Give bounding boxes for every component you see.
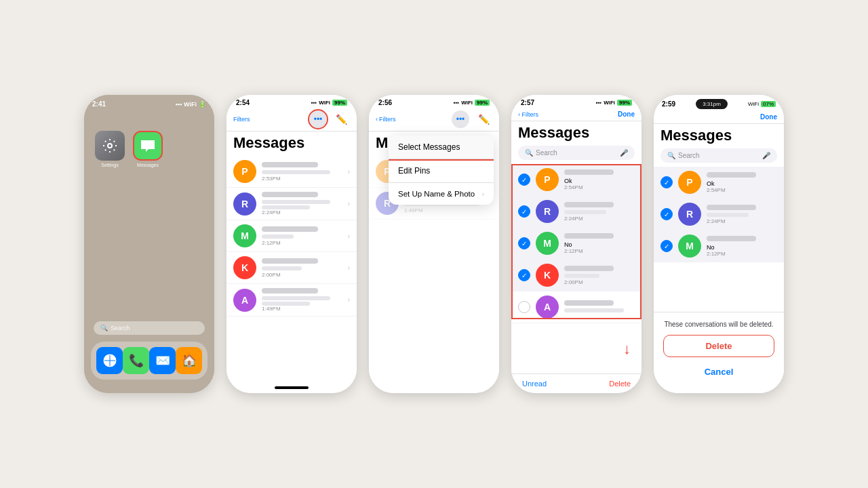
avatar-5-3: M bbox=[678, 235, 701, 258]
signal-2: ▪▪▪ bbox=[311, 100, 317, 106]
phone-3: 2:56 ▪▪▪ WiFi 99% ‹ Filters ••• ✏️ bbox=[369, 95, 499, 393]
checkbox-4-4[interactable]: ✓ bbox=[518, 269, 530, 281]
nav-bar-5: Done bbox=[654, 110, 784, 124]
filters-back-4[interactable]: ‹ Filters bbox=[518, 111, 538, 118]
checkbox-4-5[interactable] bbox=[518, 301, 530, 313]
time-3: 2:56 bbox=[378, 99, 392, 106]
status-bar-5: 2:59 3:31pm WiFi 07% bbox=[654, 95, 784, 110]
time-5: 2:59 bbox=[662, 100, 675, 108]
conv-4-5[interactable]: A bbox=[511, 291, 642, 323]
messages-bubble-icon bbox=[140, 139, 156, 152]
filters-back-3[interactable]: ‹ Filters bbox=[376, 116, 396, 123]
conv-list-4: ✓ P Ok 2:54PM ✓ R 2:24PM bbox=[511, 164, 642, 373]
delete-confirmation-dialog: These conversations will be deleted. Del… bbox=[654, 312, 784, 393]
conv-item-2[interactable]: R 2:24PM › bbox=[226, 188, 357, 220]
checkbox-4-1[interactable]: ✓ bbox=[518, 174, 530, 186]
signal-4: ▪▪▪ bbox=[596, 100, 602, 106]
conv-4-3[interactable]: ✓ M No 2:12PM bbox=[511, 228, 642, 260]
cn-4-4 bbox=[564, 266, 614, 271]
unread-button[interactable]: Unread bbox=[522, 380, 547, 388]
messages-app-icon[interactable] bbox=[133, 131, 163, 161]
filters-back-2[interactable]: Filters bbox=[233, 116, 250, 123]
nav-actions-2: ••• ✏️ bbox=[309, 110, 350, 128]
nav-bar-3: ‹ Filters ••• ✏️ bbox=[369, 108, 499, 131]
conv-4-1[interactable]: ✓ P Ok 2:54PM bbox=[511, 164, 642, 196]
avatar-5: A bbox=[233, 289, 256, 312]
ct-4-2: 2:24PM bbox=[564, 216, 635, 222]
phone-icon: 📞 bbox=[129, 353, 144, 368]
cancel-button[interactable]: Cancel bbox=[663, 361, 774, 382]
settings-app-icon-wrapper[interactable]: Settings bbox=[95, 131, 125, 223]
conv-content-3: 2:12PM bbox=[262, 226, 342, 246]
search-icon-4: 🔍 bbox=[525, 149, 533, 157]
ellipsis-icon: ••• bbox=[314, 115, 323, 124]
checkbox-5-2[interactable]: ✓ bbox=[660, 208, 673, 220]
compose-btn-3[interactable]: ✏️ bbox=[475, 110, 492, 128]
conv-item-5[interactable]: A 1:49PM › bbox=[226, 284, 357, 317]
messages-app-icon-wrapper[interactable]: Messages bbox=[133, 131, 163, 223]
safari-dock-icon[interactable] bbox=[96, 347, 123, 374]
edit-pins-item[interactable]: Edit Pins bbox=[389, 159, 494, 183]
conv-content-4-3: No 2:12PM bbox=[564, 233, 635, 254]
delete-button-4[interactable]: Delete bbox=[609, 380, 631, 388]
arrow-down-icon: ↓ bbox=[623, 340, 631, 358]
phone-1: 2:41 ▪▪▪ WiFi 🔋 Settings bbox=[84, 95, 214, 393]
cn-4-5 bbox=[564, 300, 614, 306]
conv-5-2[interactable]: ✓ R 2:24PM bbox=[654, 199, 784, 230]
conv-5-1[interactable]: ✓ P Ok 2:54PM bbox=[654, 167, 784, 199]
checkbox-4-3[interactable]: ✓ bbox=[518, 237, 530, 249]
checkbox-4-2[interactable]: ✓ bbox=[518, 205, 530, 218]
conv-content-4-4: 2:00PM bbox=[564, 266, 635, 285]
done-button-4[interactable]: Done bbox=[618, 110, 635, 118]
confirm-delete-button[interactable]: Delete bbox=[663, 335, 774, 357]
conv-4-4[interactable]: ✓ K 2:00PM bbox=[511, 260, 642, 291]
home-dock-icon[interactable]: 🏠 bbox=[176, 347, 202, 374]
messages-screen-3: 2:56 ▪▪▪ WiFi 99% ‹ Filters ••• ✏️ bbox=[369, 95, 499, 393]
more-options-button[interactable]: ••• bbox=[309, 110, 327, 128]
settings-app-icon[interactable] bbox=[95, 131, 125, 161]
conv-5-3[interactable]: ✓ M No 2:12PM bbox=[654, 230, 784, 262]
search-bar-4[interactable]: 🔍 Search 🎤 bbox=[518, 146, 635, 160]
setup-name-photo-item[interactable]: Set Up Name & Photo › bbox=[389, 183, 494, 205]
status-bar-2: 2:54 ▪▪▪ WiFi 99% bbox=[226, 95, 357, 108]
cancel-btn-label: Cancel bbox=[705, 367, 734, 377]
home-indicator-2 bbox=[275, 386, 309, 389]
messages-screen-2: 2:54 ▪▪▪ WiFi 99% Filters ••• ✏️ bbox=[226, 95, 357, 393]
wifi-2: WiFi bbox=[319, 100, 330, 106]
battery-3: 99% bbox=[475, 100, 490, 106]
chevron-1: › bbox=[348, 168, 350, 176]
time-4: 2:57 bbox=[521, 99, 534, 106]
ct-5-3: 2:12PM bbox=[707, 251, 777, 257]
battery-icon: 🔋 bbox=[199, 101, 206, 108]
mail-dock-icon[interactable]: ✉️ bbox=[149, 347, 176, 374]
conv-item-4[interactable]: K 2:00PM › bbox=[226, 252, 357, 284]
conv-item-3[interactable]: M 2:12PM › bbox=[226, 220, 357, 252]
cp-4-5 bbox=[564, 308, 624, 312]
avatar-4: K bbox=[233, 256, 256, 279]
nav-actions-3: ••• ✏️ bbox=[452, 110, 492, 128]
avatar-4-3: M bbox=[536, 232, 559, 255]
home-icons-grid: Settings Messages bbox=[84, 110, 214, 230]
search-bar-5[interactable]: 🔍 Search 🎤 bbox=[660, 148, 777, 163]
done-button-5[interactable]: Done bbox=[760, 113, 777, 121]
more-options-btn-3[interactable]: ••• bbox=[452, 110, 469, 128]
conv-content-5: 1:49PM bbox=[262, 288, 342, 312]
status-bar-4: 2:57 ▪▪▪ WiFi 99% bbox=[511, 95, 642, 108]
conv-name-3 bbox=[262, 226, 318, 232]
home-search-bar[interactable]: 🔍 Search bbox=[94, 321, 205, 335]
conv-preview-5a bbox=[262, 296, 330, 300]
checkbox-5-1[interactable]: ✓ bbox=[660, 176, 673, 188]
cn-5-2 bbox=[707, 205, 756, 210]
conv-content-4-5 bbox=[564, 300, 635, 314]
select-messages-item[interactable]: Select Messages bbox=[389, 136, 494, 159]
home-icon: 🏠 bbox=[182, 353, 197, 368]
checkbox-5-3[interactable]: ✓ bbox=[660, 240, 673, 252]
conv-name-4 bbox=[262, 258, 318, 264]
wifi-4: WiFi bbox=[604, 100, 615, 106]
compose-button[interactable]: ✏️ bbox=[332, 110, 350, 128]
conv-item-1[interactable]: P 2:53PM › bbox=[226, 156, 357, 188]
phone-dock-icon[interactable]: 📞 bbox=[123, 347, 149, 374]
conv-4-2[interactable]: ✓ R 2:24PM bbox=[511, 196, 642, 228]
cn-4-1 bbox=[564, 169, 614, 175]
ct-4-3: 2:12PM bbox=[564, 248, 635, 254]
